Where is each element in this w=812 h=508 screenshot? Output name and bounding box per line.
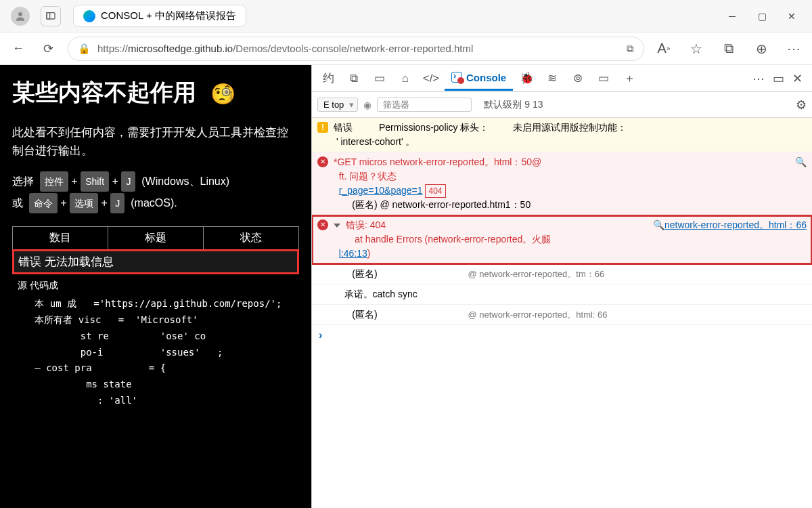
tab-title: CONSOL + 中的网络错误报告 — [101, 9, 236, 22]
sources-tab-icon[interactable]: 🐞 — [514, 66, 539, 91]
kbd-ctrl: 控件 — [40, 171, 68, 192]
devtools-more-icon[interactable]: ⋯ — [752, 71, 765, 86]
stack-row: (匿名) @ network-error-reported。html: 66 — [312, 305, 812, 325]
svg-rect-1 — [47, 12, 55, 18]
console-error: *GET micros network-error-reported。html：… — [312, 152, 812, 215]
devtools-close-icon[interactable]: ✕ — [792, 71, 803, 86]
console-error-highlighted: 错误: 404 network-error-reported。html：66 🔍… — [312, 215, 812, 264]
more-icon[interactable]: ⋯ — [784, 39, 804, 59]
console-settings-icon[interactable]: ⚙ — [796, 98, 807, 112]
macos-label: (macOS). — [131, 197, 177, 209]
kbd-opt: 选项 — [70, 193, 98, 213]
status-404-badge: 404 — [425, 184, 445, 198]
win-linux-label: (Windows、Linux) — [141, 175, 229, 187]
error-icon — [317, 156, 328, 167]
stack-row: (匿名) @ network-error-reported。tm：66 — [312, 264, 812, 284]
source-code: 本 um 成 ='https://api.github.com/repos/';… — [12, 292, 299, 429]
th-status: 状态 — [204, 227, 299, 250]
more-tabs-icon[interactable]: ＋ — [617, 66, 641, 91]
kbd-cmd: 命令 — [29, 193, 58, 213]
console-prompt[interactable]: › — [312, 325, 812, 345]
read-aloud-icon[interactable]: A» — [654, 39, 674, 59]
error-source-link[interactable]: network-error-reported。html：66 — [664, 218, 807, 232]
kbd-j: J — [121, 171, 135, 192]
console-body: 错误 Permissions-policy 标头： 未启用源试用版控制功能： '… — [312, 118, 812, 508]
console-tab[interactable]: Console — [445, 66, 513, 91]
profile-avatar[interactable] — [11, 7, 30, 26]
reader-mode-icon[interactable]: ⧉ — [627, 43, 634, 55]
performance-tab-icon[interactable]: ⊚ — [566, 66, 590, 91]
edge-logo-icon — [83, 10, 95, 22]
keys-or-label: 或 — [12, 197, 23, 209]
network-tab-icon[interactable]: ≋ — [540, 66, 564, 91]
error-link[interactable]: r_page=10&page=1 — [339, 185, 423, 196]
keys-select-label: 选择 — [12, 175, 34, 187]
browser-titlebar: CONSOL + 中的网络错误报告 ─ ▢ ✕ — [0, 0, 812, 33]
url-path: /Demos/devtools-console/network-error-re… — [233, 43, 473, 54]
source-header: 源 代码成 — [12, 280, 299, 292]
window-controls: ─ ▢ ✕ — [725, 11, 807, 22]
url-host: microsoftedge.github.io — [128, 43, 233, 54]
address-bar: ← ⟳ 🔒 https://microsoftedge.github.io/De… — [0, 33, 812, 65]
favorite-icon[interactable]: ☆ — [686, 39, 706, 59]
stack-row: 承诺。catch sync — [312, 284, 812, 305]
filter-input[interactable] — [377, 98, 472, 112]
table-error-row: 错误 无法加载信息 — [13, 250, 298, 274]
svg-point-0 — [18, 12, 22, 16]
maximize-button[interactable]: ▢ — [755, 11, 769, 22]
face-emoji: 🧐 — [210, 83, 235, 105]
error-line-link[interactable]: l:46:13 — [339, 248, 367, 259]
devtools-tabbar: 约 ⧉ ▭ ⌂ </> Console 🐞 ≋ ⊚ ▭ ＋ ⋯ ▭ ✕ — [312, 65, 812, 92]
workspace-icon[interactable] — [41, 6, 61, 26]
page-content: 某些内容不起作用 🧐 此处看不到任何内容，需要打开开发人员工具并检查控制台进行输… — [0, 65, 311, 508]
app-tab-icon[interactable]: ▭ — [591, 66, 616, 91]
error-icon — [317, 219, 328, 230]
kbd-shift: Shift — [81, 171, 109, 192]
inspect-icon[interactable]: 约 — [316, 66, 340, 91]
context-selector[interactable]: E top — [317, 98, 358, 112]
url-prefix: https:// — [97, 43, 128, 54]
elements-tab-icon[interactable]: </> — [419, 66, 443, 91]
console-icon — [451, 72, 462, 83]
collections-icon[interactable]: ⊕ — [751, 39, 771, 59]
devtools-panel: 约 ⧉ ▭ ⌂ </> Console 🐞 ≋ ⊚ ▭ ＋ ⋯ ▭ ✕ E to… — [311, 65, 812, 508]
th-num: 数目 — [13, 227, 108, 250]
th-title: 标题 — [108, 227, 204, 250]
level-selector[interactable]: 默认级别 9 13 — [484, 99, 543, 111]
close-button[interactable]: ✕ — [785, 11, 798, 22]
console-warning: 错误 Permissions-policy 标头： 未启用源试用版控制功能： '… — [312, 118, 812, 152]
live-expr-icon[interactable]: ◉ — [363, 100, 371, 110]
info-table: 数目 标题 状态 错误 无法加载信息 — [12, 226, 299, 274]
welcome-tab-icon[interactable]: ⌂ — [393, 66, 418, 91]
console-filterbar: E top ◉ 默认级别 9 13 ⚙ — [312, 92, 812, 118]
back-button[interactable]: ← — [8, 39, 28, 59]
minimize-button[interactable]: ─ — [725, 11, 739, 22]
page-heading: 某些内容不起作用 — [12, 79, 196, 105]
page-lead: 此处看不到任何内容，需要打开开发人员工具并检查控制台进行输出。 — [12, 123, 299, 160]
zoom-icon[interactable]: 🔍 — [653, 218, 664, 232]
warning-icon — [317, 122, 328, 133]
devtools-dock-icon[interactable]: ▭ — [773, 71, 784, 86]
url-field[interactable]: 🔒 https://microsoftedge.github.io/Demos/… — [68, 37, 644, 61]
disclosure-icon[interactable] — [334, 224, 340, 228]
lock-icon: 🔒 — [78, 43, 91, 55]
panel-icon[interactable]: ▭ — [367, 66, 392, 91]
zoom-icon[interactable]: 🔍 — [795, 155, 807, 169]
device-icon[interactable]: ⧉ — [342, 66, 366, 91]
split-screen-icon[interactable]: ⧉ — [719, 39, 739, 59]
refresh-button[interactable]: ⟳ — [38, 39, 58, 59]
svg-rect-2 — [47, 12, 50, 18]
kbd-j2: J — [110, 193, 125, 213]
browser-tab[interactable]: CONSOL + 中的网络错误报告 — [73, 5, 246, 27]
